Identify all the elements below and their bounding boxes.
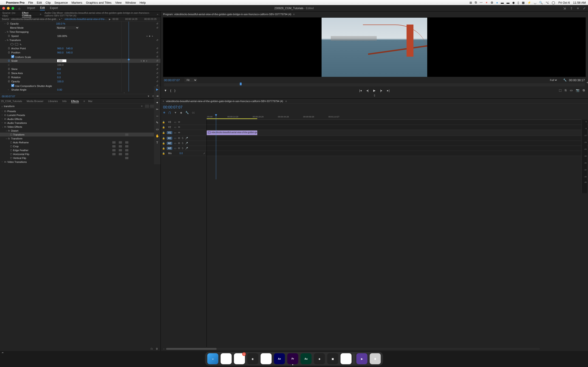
toggle-output-icon[interactable]: ▭ <box>174 121 176 123</box>
track-v2[interactable]: V2 <box>167 126 172 129</box>
tree-lumetri[interactable]: Lumetri Presets <box>7 114 25 117</box>
mix-value[interactable]: 0.0 <box>180 152 183 155</box>
pen-tool-icon[interactable]: ✎ <box>156 121 158 124</box>
track-lane-v3[interactable] <box>207 120 588 125</box>
tree-transform-folder[interactable]: Transform <box>11 137 23 140</box>
lift-icon[interactable]: ⬚ <box>559 89 562 92</box>
dock-audition[interactable]: Au <box>301 353 312 364</box>
track-mix[interactable]: Mix <box>167 152 173 155</box>
track-lane-a3[interactable] <box>207 146 588 151</box>
siri-icon[interactable]: ◯ <box>552 1 555 4</box>
ec-playhead[interactable] <box>129 22 129 92</box>
status-icon[interactable]: 〰 <box>480 1 483 4</box>
clear-search-icon[interactable]: × <box>141 105 143 108</box>
solo-icon[interactable]: S <box>182 137 183 140</box>
work-area-bar[interactable] <box>207 118 257 119</box>
opacity2-value[interactable]: 100.0 <box>57 80 64 83</box>
rotation-label[interactable]: Rotation <box>11 76 57 79</box>
snap-icon[interactable]: ❄ <box>163 111 165 115</box>
status-icon[interactable]: ⚙ <box>491 1 493 4</box>
zoom-thumb[interactable] <box>166 348 216 350</box>
eye-icon[interactable]: 👁 <box>178 131 180 134</box>
window-close-button[interactable] <box>2 7 5 10</box>
linked-selection-icon[interactable]: ⋂ <box>169 111 171 115</box>
lock-icon[interactable]: 🔒 <box>162 121 165 123</box>
32bit-filter-icon[interactable] <box>150 105 154 108</box>
dock-after-effects[interactable]: Ae <box>274 353 285 364</box>
voice-icon[interactable]: 🎤 <box>185 147 188 150</box>
pen-mask-icon[interactable]: ✎ <box>19 43 23 45</box>
shutter-checkbox[interactable] <box>11 84 14 87</box>
voice-icon[interactable]: 🎤 <box>185 137 188 140</box>
opacity-value[interactable]: 100.0 % <box>56 22 65 25</box>
panel-menu-icon[interactable]: ≡ <box>285 100 287 102</box>
track-a3[interactable]: A3 <box>167 147 172 150</box>
ellipse-mask-icon[interactable] <box>10 43 14 45</box>
rectangle-tool-icon[interactable]: ▭ <box>156 127 159 131</box>
settings-icon[interactable]: 🔧 <box>185 111 189 115</box>
keyframe-diamond[interactable] <box>128 58 130 61</box>
tree-audio-effects[interactable]: Audio Effects <box>7 118 22 120</box>
accelerated-filter-icon[interactable] <box>145 105 149 108</box>
track-v1[interactable]: V1 <box>167 131 172 134</box>
track-select-tool-icon[interactable]: ⇥ <box>156 94 158 98</box>
rotation-value[interactable]: 0.0 <box>57 76 61 79</box>
dock-figma[interactable]: ◈ <box>314 353 325 364</box>
dock-resolve[interactable]: ▣ <box>327 353 338 364</box>
track-lane-v1[interactable]: fxvideoblocks-beautiful-aerial-view-of-t… <box>207 130 588 136</box>
caption-icon[interactable]: cc <box>192 111 195 115</box>
toggle-output-icon[interactable]: ▭ <box>174 147 176 150</box>
status-icon[interactable]: ⧉ <box>475 1 477 4</box>
shutter-angle-value[interactable]: 0.00 <box>57 88 62 91</box>
time-remapping-label[interactable]: Time Remapping <box>9 31 55 33</box>
track-lane-a1[interactable] <box>207 136 588 141</box>
marker-icon[interactable]: ▼ <box>164 89 167 92</box>
menu-markers[interactable]: Markers <box>71 1 82 4</box>
filter-icon[interactable]: ▼ <box>147 95 150 98</box>
go-to-in-icon[interactable]: |◂ <box>359 89 362 92</box>
marker-icon[interactable]: ◆ <box>180 111 182 115</box>
tab-import[interactable]: Import <box>27 6 35 10</box>
menubar-time[interactable]: 11:58 AM <box>573 1 586 4</box>
mute-icon[interactable]: M <box>178 147 180 150</box>
menu-window[interactable]: Window <box>125 1 136 4</box>
effect-edge-feather[interactable]: Edge Feather <box>13 149 28 152</box>
lock-icon[interactable]: 🔒 <box>162 131 165 134</box>
tree-video-effects[interactable]: Video Effects <box>7 125 22 128</box>
uniform-scale-checkbox[interactable] <box>11 55 14 58</box>
dock-notion[interactable]: N <box>261 353 272 364</box>
skew-axis-value[interactable]: 0.0 <box>57 72 61 75</box>
dock-screenrec[interactable]: ▶ <box>356 353 367 364</box>
track-lane-mix[interactable] <box>207 151 588 156</box>
effects-search-input[interactable] <box>4 105 140 108</box>
dock-slack[interactable]: ✳1 <box>234 353 245 364</box>
tree-video-transitions[interactable]: Video Transitions <box>7 161 27 163</box>
status-icon[interactable]: ▯ <box>518 1 519 4</box>
control-center-icon[interactable]: ⌥ <box>545 1 549 4</box>
dock-finder[interactable]: ☺ <box>208 353 218 364</box>
toggle-output-icon[interactable]: ▭ <box>174 131 176 134</box>
chevron-down-icon[interactable]: ▸ ˅ <box>59 18 62 20</box>
dock-premiere[interactable]: Pr <box>287 353 298 364</box>
overflow-icon[interactable]: » <box>157 13 158 16</box>
scroll-handle[interactable]: ○ <box>124 92 125 94</box>
track-lane-a2[interactable] <box>207 141 588 146</box>
play-icon[interactable]: ▶ <box>373 89 376 92</box>
status-icon[interactable]: ▦ <box>522 1 525 4</box>
status-icon[interactable]: ✶ <box>485 1 488 4</box>
wifi-icon[interactable]: ◡ <box>534 1 536 4</box>
tab-effects[interactable]: Effects <box>71 100 79 102</box>
tree-distort[interactable]: Distort <box>11 129 18 132</box>
type-tool-icon[interactable]: T <box>156 141 158 144</box>
solo-icon[interactable]: S <box>182 147 183 150</box>
camera-icon[interactable]: 📷 <box>576 89 579 92</box>
sequence-name[interactable]: videoblocks-beautiful-aerial-view-of-the… <box>166 100 283 102</box>
menu-edit[interactable]: Edit <box>37 1 42 4</box>
razor-tool-icon[interactable]: ✂ <box>156 108 158 111</box>
scale-label[interactable]: Scale <box>11 59 57 62</box>
expand-icon[interactable]: ⤢ <box>203 152 205 155</box>
tab-source[interactable]: Source: (no clips) <box>2 11 18 17</box>
ec-sequence-label[interactable]: videoblocks-beautiful-aerial-view-of-the… <box>65 18 107 20</box>
fullscreen-icon[interactable]: ⤢ <box>583 6 586 10</box>
tab-markers[interactable]: Mar <box>88 100 93 102</box>
